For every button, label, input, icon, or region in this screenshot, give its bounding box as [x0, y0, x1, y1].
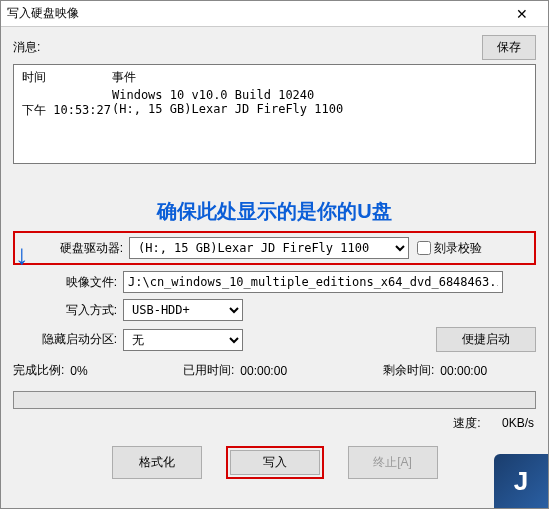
format-button[interactable]: 格式化: [112, 446, 202, 479]
log-header: 时间 事件: [22, 69, 527, 86]
log-event: Windows 10 v10.0 Build 10240: [112, 88, 314, 102]
write-button[interactable]: 写入: [230, 450, 320, 475]
log-row: Windows 10 v10.0 Build 10240: [22, 88, 527, 102]
dialog-window: 写入硬盘映像 ✕ 消息: 保存 时间 事件 Windows 10 v10.0 B…: [0, 0, 549, 509]
message-row: 消息: 保存: [13, 35, 536, 60]
close-icon[interactable]: ✕: [502, 6, 542, 22]
percent-label: 完成比例:: [13, 362, 64, 379]
drive-label: 硬盘驱动器:: [19, 240, 129, 257]
log-time: [22, 88, 112, 102]
speed-value: 0KB/s: [502, 416, 534, 430]
log-list[interactable]: 时间 事件 Windows 10 v10.0 Build 10240 下午 10…: [13, 64, 536, 164]
action-row: 格式化 写入 终止[A]: [13, 446, 536, 479]
verify-checkbox-wrap[interactable]: 刻录校验: [417, 240, 482, 257]
titlebar: 写入硬盘映像 ✕: [1, 1, 548, 27]
verify-label: 刻录校验: [434, 240, 482, 257]
elapsed-label: 已用时间:: [183, 362, 234, 379]
hidden-partition-label: 隐藏启动分区:: [13, 331, 123, 348]
remaining-label: 剩余时间:: [383, 362, 434, 379]
progress-wrap: [13, 391, 536, 409]
message-label: 消息:: [13, 39, 40, 56]
drive-select[interactable]: (H:, 15 GB)Lexar JD FireFly 1100: [129, 237, 409, 259]
write-highlight: 写入: [226, 446, 324, 479]
annotation-arrow-icon: ↓: [15, 241, 29, 269]
convenient-boot-button[interactable]: 便捷启动: [436, 327, 536, 352]
progress-bar: [13, 391, 536, 409]
image-file-input[interactable]: [123, 271, 503, 293]
verify-checkbox[interactable]: [417, 241, 431, 255]
drive-highlight: 硬盘驱动器: (H:, 15 GB)Lexar JD FireFly 1100 …: [13, 231, 536, 265]
abort-button[interactable]: 终止[A]: [348, 446, 438, 479]
annotation-text: 确保此处显示的是你的U盘: [13, 198, 536, 225]
elapsed-value: 00:00:00: [240, 364, 287, 378]
write-mode-label: 写入方式:: [13, 302, 123, 319]
log-event: (H:, 15 GB)Lexar JD FireFly 1100: [112, 102, 343, 119]
speed-label: 速度:: [453, 416, 480, 430]
form-area: 硬盘驱动器: (H:, 15 GB)Lexar JD FireFly 1100 …: [13, 231, 536, 479]
log-header-event: 事件: [112, 69, 136, 86]
percent-value: 0%: [70, 364, 87, 378]
stats-row: 完成比例: 0% 已用时间: 00:00:00 剩余时间: 00:00:00: [13, 362, 536, 379]
log-time: 下午 10:53:27: [22, 102, 112, 119]
window-title: 写入硬盘映像: [7, 5, 79, 22]
speed-row: 速度: 0KB/s: [13, 415, 534, 432]
write-mode-select[interactable]: USB-HDD+: [123, 299, 243, 321]
log-header-time: 时间: [22, 69, 112, 86]
log-row: 下午 10:53:27 (H:, 15 GB)Lexar JD FireFly …: [22, 102, 527, 119]
image-label: 映像文件:: [13, 274, 123, 291]
save-button[interactable]: 保存: [482, 35, 536, 60]
dialog-content: 消息: 保存 时间 事件 Windows 10 v10.0 Build 1024…: [1, 27, 548, 508]
remaining-value: 00:00:00: [440, 364, 487, 378]
brand-badge-icon: J: [494, 454, 548, 508]
hidden-partition-select[interactable]: 无: [123, 329, 243, 351]
